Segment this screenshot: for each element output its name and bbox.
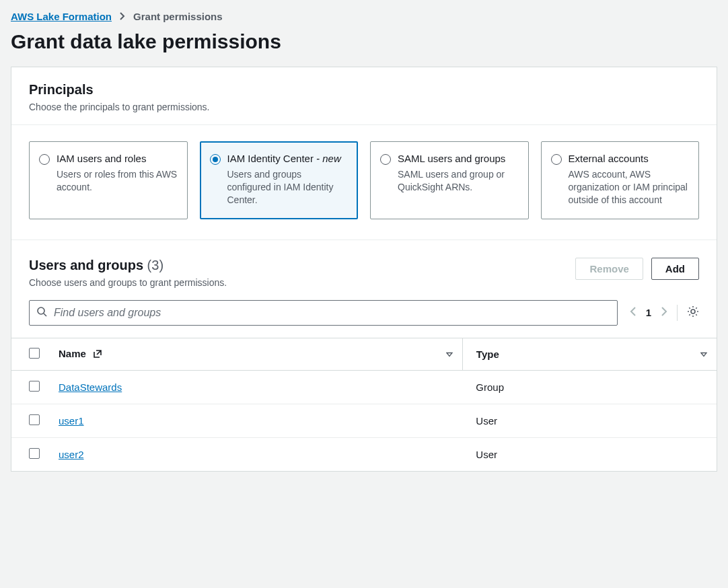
search-input-wrapper[interactable]	[29, 300, 618, 326]
page-prev-icon[interactable]	[630, 306, 636, 319]
gear-icon[interactable]	[687, 305, 699, 320]
column-header-name[interactable]: Name	[45, 338, 462, 370]
option-description: Users and groups configured in IAM Ident…	[227, 168, 349, 207]
breadcrumb-current: Grant permissions	[133, 11, 223, 22]
radio-icon	[39, 154, 50, 165]
pager: 1	[630, 305, 699, 321]
row-name-link[interactable]: user2	[59, 449, 84, 460]
users-groups-count: (3)	[147, 258, 163, 272]
option-title: External accounts	[569, 153, 690, 164]
column-header-type[interactable]: Type	[462, 338, 717, 370]
row-type: User	[462, 437, 717, 471]
option-iam-users-roles[interactable]: IAM users and roles Users or roles from …	[29, 141, 188, 219]
page-title: Grant data lake permissions	[11, 30, 717, 53]
breadcrumb: AWS Lake Formation Grant permissions	[11, 11, 717, 22]
breadcrumb-root-link[interactable]: AWS Lake Formation	[11, 11, 112, 22]
users-groups-header: Users and groups (3) Choose users and gr…	[11, 240, 717, 288]
add-button[interactable]: Add	[651, 258, 699, 280]
page-number: 1	[646, 307, 651, 318]
divider	[677, 305, 678, 321]
option-external-accounts[interactable]: External accounts AWS account, AWS organ…	[541, 141, 700, 219]
option-description: Users or roles from this AWS account.	[57, 168, 178, 194]
search-pager-row: 1	[11, 288, 717, 326]
row-name-link[interactable]: DataStewards	[59, 381, 122, 393]
option-saml-users-groups[interactable]: SAML users and groups SAML users and gro…	[370, 141, 529, 219]
grant-permissions-panel: Principals Choose the principals to gran…	[11, 67, 717, 472]
radio-icon	[551, 154, 562, 165]
page-next-icon[interactable]	[661, 306, 667, 319]
svg-point-0	[38, 307, 44, 314]
radio-icon	[210, 154, 221, 165]
svg-line-8	[696, 314, 696, 315]
search-icon	[36, 306, 47, 319]
row-checkbox[interactable]	[29, 448, 40, 459]
users-groups-description: Choose users and groups to grant permiss…	[29, 277, 227, 288]
row-checkbox[interactable]	[29, 381, 40, 392]
search-input[interactable]	[52, 306, 610, 320]
users-groups-table: Name Type DataSte	[11, 338, 717, 471]
radio-icon	[380, 154, 391, 165]
svg-line-9	[689, 314, 690, 315]
principals-description: Choose the principals to grant permissio…	[29, 102, 699, 112]
svg-line-7	[689, 307, 690, 308]
users-groups-heading: Users and groups (3)	[29, 258, 227, 273]
row-checkbox[interactable]	[29, 414, 40, 425]
option-description: AWS account, AWS organization or IAM pri…	[569, 168, 690, 207]
select-all-checkbox[interactable]	[29, 348, 40, 359]
option-title: IAM users and roles	[57, 153, 178, 164]
svg-line-10	[696, 307, 696, 308]
external-link-icon	[93, 349, 102, 361]
chevron-right-icon	[120, 11, 125, 22]
table-row: user1 User	[11, 404, 717, 437]
option-description: SAML users and group or QuickSight ARNs.	[398, 168, 519, 194]
option-title: IAM Identity Center - new	[227, 153, 349, 164]
principals-header: Principals Choose the principals to gran…	[11, 67, 717, 125]
principals-heading: Principals	[29, 82, 699, 98]
row-type: User	[462, 404, 717, 437]
principals-options: IAM users and roles Users or roles from …	[11, 125, 717, 240]
row-type: Group	[462, 370, 717, 404]
row-name-link[interactable]: user1	[59, 415, 84, 427]
users-groups-actions: Remove Add	[575, 258, 699, 280]
option-iam-identity-center[interactable]: IAM Identity Center - new Users and grou…	[200, 141, 359, 219]
table-row: DataStewards Group	[11, 370, 717, 404]
svg-line-1	[44, 314, 46, 316]
sort-icon[interactable]	[446, 348, 453, 360]
sort-icon[interactable]	[700, 348, 707, 360]
option-title: SAML users and groups	[398, 153, 519, 164]
svg-point-2	[691, 309, 695, 314]
table-row: user2 User	[11, 437, 717, 471]
remove-button[interactable]: Remove	[575, 258, 643, 280]
